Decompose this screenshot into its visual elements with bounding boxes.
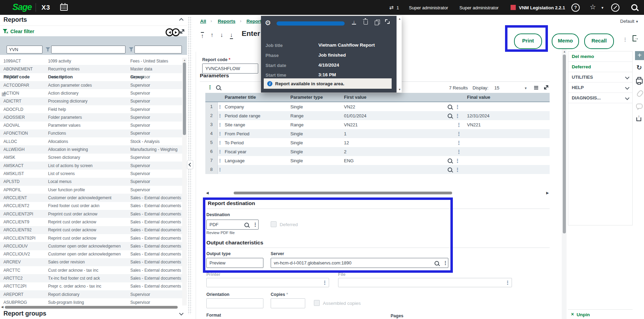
row-options-icon[interactable]: ⋮ (455, 104, 460, 109)
column-parameter-type[interactable]: Parameter type (290, 95, 344, 100)
report-list-row[interactable]: ADOCFLDField helpSupervisor (0, 105, 187, 113)
row-options-icon[interactable]: ⋮ (455, 113, 460, 118)
report-list-row[interactable]: AREPORTReport dictionarySupervisor (0, 290, 187, 298)
breadcrumb-reports[interactable]: Reports (218, 19, 235, 24)
row-options-icon[interactable]: ⋮ (456, 122, 461, 127)
row-drag-icon[interactable]: ⋮ (218, 140, 225, 145)
report-list-row[interactable]: ARCCLIOUV2Customer open order acknowledg… (0, 250, 187, 258)
row-drag-icon[interactable]: ⋮ (218, 149, 225, 154)
right-panel-item-utilities[interactable]: UTILITIES (568, 72, 632, 83)
report-list-row[interactable]: 1099ACT1099 activityFees - United States (0, 57, 187, 65)
view-selector[interactable]: Default (620, 19, 634, 24)
clear-filter-link[interactable]: Clear filter (10, 29, 34, 34)
copies-input[interactable] (271, 298, 305, 308)
go-first-icon[interactable]: ↑ (201, 32, 204, 39)
gear-icon[interactable]: ⚙ (265, 19, 271, 27)
right-panel-item-help[interactable]: HELP (568, 83, 632, 93)
add-icon[interactable]: + (635, 51, 644, 60)
legislation-label[interactable]: VNM Legislation 2.2.1 (519, 5, 565, 10)
report-list-row[interactable]: ACTCODPARAction parameter codesSuperviso… (0, 81, 187, 89)
print-icon[interactable] (636, 79, 643, 84)
right-panel-item-diagnosis[interactable]: DIAGNOSIS... (568, 93, 632, 103)
scroll-left-icon[interactable]: ◀ (206, 191, 209, 195)
lookup-icon[interactable] (448, 167, 452, 172)
report-groups-chevron-icon[interactable] (179, 311, 184, 316)
panel-collapse-icon[interactable] (179, 18, 184, 22)
comment-icon[interactable] (636, 104, 643, 109)
report-list-row[interactable]: AMSKScreen dictionarySupervisor (0, 154, 187, 162)
filter-group-input[interactable] (134, 46, 182, 54)
clear-filter-x-icon[interactable]: × (6, 31, 8, 35)
scroll-up-icon[interactable]: ▲ (183, 59, 186, 62)
server-lookup-icon[interactable] (435, 261, 439, 265)
destination-options-icon[interactable]: ⋮ (253, 222, 258, 227)
report-list-row[interactable]: ACTIONAction dictionarySupervisor (0, 89, 187, 97)
report-list-row[interactable]: ABONNEMENTRecurring entriesMaster data (0, 65, 187, 73)
column-parameter-title[interactable]: Parameter title (225, 95, 290, 100)
parameter-row[interactable]: 4⋮From PeriodSingle1⋮ (205, 129, 550, 138)
lookup-icon[interactable] (448, 114, 452, 118)
go-next-icon[interactable]: ↓ (220, 32, 223, 38)
server-options-icon[interactable]: ⋮ (443, 260, 448, 265)
expand-panel-icon[interactable] (180, 29, 184, 33)
report-list-row[interactable]: ARCTTC2PIPrepr c. order ackno - tax incS… (0, 282, 187, 290)
scroll-up-icon[interactable]: ▲ (563, 50, 566, 53)
report-list-row[interactable]: ARCCLIENT92Reprint cust order acknowSale… (0, 226, 187, 234)
filter-funnel-icon[interactable] (129, 47, 133, 51)
report-list-row[interactable]: ARCCLIENT9Reprint cust order acknowSales… (0, 218, 187, 226)
grid-actions-icon[interactable]: ⋮ (207, 85, 213, 90)
report-list-row[interactable]: APROFILUser function profileSupervisor (0, 186, 187, 194)
unpin-link[interactable]: Unpin (577, 312, 590, 317)
row-drag-icon[interactable]: ⋮ (218, 158, 225, 163)
destination-lookup-icon[interactable] (244, 223, 249, 227)
filter-funnel-icon[interactable] (46, 47, 50, 51)
scroll-up-icon[interactable]: ▲ (398, 17, 401, 20)
copy-icon[interactable] (375, 21, 379, 25)
report-list-row[interactable]: ARCCLIENT2Fixed footer cust order acknSa… (0, 202, 187, 210)
destination-input[interactable] (206, 220, 259, 230)
file-input[interactable] (338, 278, 512, 287)
report-list-row[interactable]: ARCTTC2Tx-inc fixd footer cst ord ackSal… (0, 274, 187, 282)
row-drag-icon[interactable]: ⋮ (218, 122, 225, 127)
sync-icon[interactable]: ⇄ (389, 4, 394, 11)
view-selector-caret-icon[interactable]: ▾ (636, 19, 638, 24)
report-list-row[interactable]: ARCCLIENT92PIReprint cust order acknowSa… (0, 234, 187, 242)
breadcrumb-report[interactable]: Report (246, 19, 262, 24)
favorites-icon[interactable]: ☆ (590, 3, 596, 11)
report-list-row[interactable]: ADOVALParameter valuesSupervisor (0, 122, 187, 129)
report-list-row[interactable]: ALLWEIGHAllocation in weighingManufactur… (0, 145, 187, 153)
grid-hscrollbar-thumb[interactable] (234, 192, 452, 194)
parameter-row[interactable]: 6⋮Fiscal yearSingle2⋮ (205, 147, 550, 156)
parameter-row[interactable]: 3⋮Site rangeRangeVN221⋮VN221 (205, 120, 550, 129)
recall-button[interactable]: Recall (584, 33, 614, 49)
report-list-row[interactable]: ALLOCAllocationsStock - Analysis (0, 137, 187, 145)
file-options-icon[interactable]: ⋮ (505, 280, 510, 285)
parameter-row[interactable]: 2⋮Period date rangeRange01/01/2024⋮12/31… (205, 111, 550, 120)
left-list-scrollbar-thumb[interactable] (183, 62, 186, 135)
search-icon[interactable] (631, 4, 637, 10)
scroll-left-icon[interactable]: ◀ (1, 305, 3, 309)
right-panel-item-deferred[interactable]: Deferred (568, 62, 632, 72)
download-icon[interactable]: ↓ (352, 19, 356, 25)
assembled-copies-checkbox[interactable] (314, 300, 320, 306)
row-options-icon[interactable]: ⋮ (455, 167, 460, 172)
column-first-value[interactable]: First value (344, 95, 448, 100)
report-list-row[interactable]: AMSKACTList of actions by screenSupervis… (0, 162, 187, 170)
help-icon[interactable]: ? (571, 3, 580, 12)
report-list-row[interactable]: ARCCLIENTCustomer order acknowledgementS… (0, 194, 187, 202)
display-count-select[interactable]: 15 (494, 85, 499, 90)
grid-search-icon[interactable] (216, 85, 221, 90)
fullscreen-icon[interactable] (385, 19, 390, 24)
report-list-row[interactable]: ARCCLIOUVCustomer open order acknowledge… (0, 242, 187, 250)
report-list-row[interactable]: AFONCTIONFunctionsSupervisor (0, 129, 187, 137)
memo-button[interactable]: Memo (552, 33, 579, 49)
share-icon[interactable]: ↑ (636, 115, 641, 121)
print-button[interactable]: Print (514, 33, 542, 49)
report-list-row[interactable]: ASUBPROGSub-program listingSupervisor (0, 298, 187, 306)
more-actions-icon[interactable]: ⋮ (623, 37, 628, 42)
report-code-input[interactable] (202, 64, 258, 74)
column-final-value[interactable]: Final value (467, 95, 550, 100)
go-last-icon[interactable]: ↓ (230, 32, 233, 39)
parameter-row[interactable]: 5⋮To PeriodSingle12⋮ (205, 138, 550, 147)
printer-options-icon[interactable]: ⋮ (322, 280, 327, 285)
